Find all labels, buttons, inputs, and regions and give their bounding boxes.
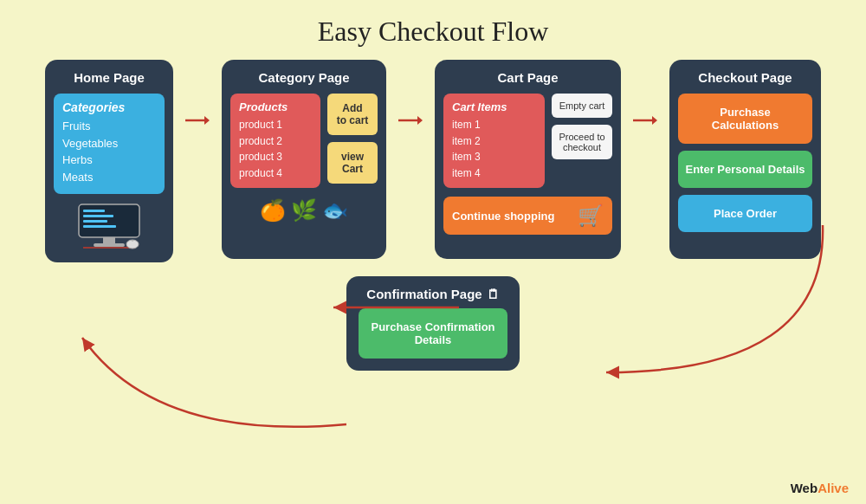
svg-marker-15 [652,116,657,125]
cart-page-card: Cart Page Cart Items item 1 item 2 item … [435,60,621,259]
place-order-button[interactable]: Place Order [678,195,812,232]
category-page-title: Category Page [230,70,378,85]
empty-cart-button[interactable]: Empty cart [552,94,612,118]
cart-items-box: Cart Items item 1 item 2 item 3 item 4 [443,94,545,188]
confirmation-page-card: Confirmation Page 🗒 Purchase Confirmatio… [346,276,520,371]
proceed-to-checkout-button[interactable]: Proceed to checkout [552,125,612,159]
svg-rect-6 [94,243,125,247]
page-title: Easy Checkout Flow [0,0,866,60]
categories-box: Categories Fruits Vegetables Herbs Meats [54,94,165,194]
category-herbs: Herbs [62,152,156,169]
svg-rect-3 [83,220,107,223]
continue-shopping-label: Continue shopping [452,210,571,223]
arrow-home-to-category [185,112,210,129]
arrow-cart-to-checkout [633,112,657,129]
monitor-icon [54,203,165,250]
svg-rect-2 [83,215,113,217]
add-to-cart-button[interactable]: Addto cart [327,94,378,135]
cart-item-2: item 2 [452,133,536,150]
fish-emoji: 🐟 [322,198,348,223]
purchase-calculations-button[interactable]: Purchase Calculations [678,94,812,144]
clipboard-icon: 🗒 [487,287,500,301]
confirmation-label: Confirmation Page [366,287,481,301]
product-3: product 3 [239,149,312,165]
category-vegetables: Vegetables [62,135,156,152]
checkout-page-card: Checkout Page Purchase Calculations Ente… [669,60,821,259]
cart-items-title: Cart Items [452,100,536,113]
svg-rect-5 [103,237,115,243]
cart-item-4: item 4 [452,165,536,182]
svg-marker-13 [417,116,423,125]
confirmation-page-title: Confirmation Page 🗒 [359,287,507,301]
category-meats: Meats [62,169,156,186]
checkout-page-title: Checkout Page [678,70,812,85]
brand-web: Web [791,481,818,495]
cart-page-title: Cart Page [443,70,612,85]
svg-rect-1 [83,210,105,212]
cart-item-1: item 1 [452,117,536,133]
continue-shopping-row[interactable]: Continue shopping 🛒 [443,197,612,235]
category-fruits: Fruits [62,118,156,135]
home-page-card: Home Page Categories Fruits Vegetables H… [45,60,173,262]
product-4: product 4 [239,165,312,182]
svg-rect-4 [83,225,116,228]
bottom-section: Confirmation Page 🗒 Purchase Confirmatio… [0,276,866,371]
shopping-cart-icon: 🛒 [578,204,604,228]
enter-personal-details-button[interactable]: Enter Personal Details [678,151,812,188]
cart-item-3: item 3 [452,149,536,165]
brand-alive: Alive [818,481,849,495]
home-page-title: Home Page [54,70,165,85]
arrow-category-to-cart [398,112,423,129]
herb-emoji: 🌿 [291,198,317,223]
brand-label: WebAlive [791,481,849,495]
view-cart-button[interactable]: view Cart [327,142,378,184]
category-page-card: Category Page Products product 1 product… [222,60,386,259]
purchase-confirmation-details-button[interactable]: Purchase Confirmation Details [359,308,507,359]
products-box: Products product 1 product 2 product 3 p… [230,94,320,188]
product-1: product 1 [239,117,312,133]
product-emojis: 🍊 🌿 🐟 [230,198,378,223]
orange-emoji: 🍊 [260,198,286,223]
product-2: product 2 [239,133,312,150]
products-title: Products [239,100,312,113]
svg-marker-11 [204,116,210,125]
categories-title: Categories [62,100,156,114]
